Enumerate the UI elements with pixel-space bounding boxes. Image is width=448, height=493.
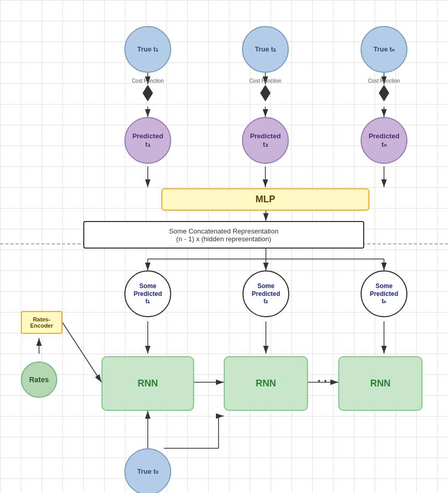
rnn3-box: RNN — [338, 356, 423, 411]
some-predicted-t2-circle: SomePredictedt₂ — [242, 270, 289, 317]
diagram-container: True t₁ True t₂ True tₙ Cost Function Co… — [0, 0, 448, 493]
rates-encoder-box: Rates-Encoder — [21, 311, 62, 334]
cost-function-3: Cost Function — [365, 78, 403, 101]
true-t0-circle: True t₀ — [124, 448, 171, 493]
cost-function-2: Cost Function — [247, 78, 284, 101]
rnn2-box: RNN — [224, 356, 308, 411]
concat-representation-box: Some Concatenated Representation(n - 1) … — [83, 221, 364, 249]
true-t2-circle: True t₂ — [242, 26, 289, 73]
dots-separator: · · · — [317, 374, 334, 388]
some-predicted-tn-circle: SomePredictedtₙ — [361, 270, 407, 317]
true-t1-circle: True t₁ — [124, 26, 171, 73]
predicted-t2-circle: Predictedt₂ — [242, 117, 289, 164]
rates-circle: Rates — [21, 361, 57, 398]
true-tn-circle: True tₙ — [361, 26, 407, 73]
cost-function-1: Cost Function — [129, 78, 167, 101]
mlp-box: MLP — [161, 188, 369, 211]
some-predicted-t1-circle: SomePredictedt₁ — [124, 270, 171, 317]
rnn1-box: RNN — [101, 356, 194, 411]
predicted-t1-circle: Predictedt₁ — [124, 117, 171, 164]
predicted-tn-circle: Predictedtₙ — [361, 117, 407, 164]
